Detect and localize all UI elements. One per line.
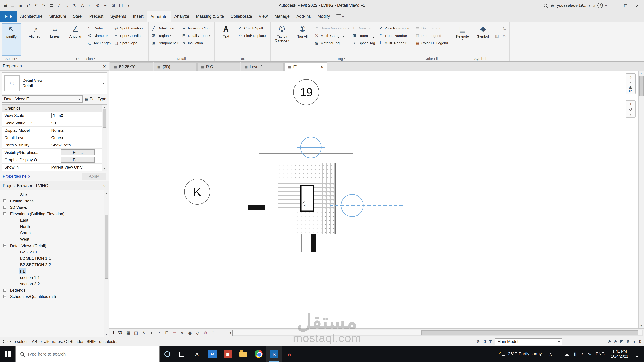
multi-rebar-button[interactable]: ‖Multi- Rebar [377,39,410,46]
select-links-icon[interactable]: ⊘ [608,339,611,344]
show-rendering-icon[interactable]: ◔ [156,330,163,336]
close-button[interactable] [632,1,642,10]
modify-button[interactable]: ↖ Modify [2,23,21,56]
scroll-thumb[interactable] [639,76,644,96]
onedrive-icon[interactable]: ☁ [565,352,569,357]
browser-scrollbar[interactable] [104,190,109,337]
volume-icon[interactable]: ♪ [581,352,584,356]
diameter-button[interactable]: ØDiameter [86,32,112,39]
maximize-button[interactable] [621,1,630,10]
pan-button[interactable] [629,102,632,106]
active-workset-icon[interactable]: ⊚ [476,339,480,344]
canvas-vertical-scrollbar[interactable] [638,71,644,329]
action-center-button[interactable] [631,352,644,356]
visibility-graphics-edit-button[interactable]: Edit... [61,149,94,155]
symbol-button[interactable]: ◈ Symbol [473,23,492,56]
show-crop-region-icon[interactable]: ▭ [171,330,178,336]
temporary-view-properties-icon[interactable]: ◇ [194,330,201,336]
tab-manage[interactable]: Manage [271,11,293,22]
start-button[interactable] [0,346,16,362]
spot-coordinate-button[interactable]: +Spot Coordinate [113,32,146,39]
tab-precast[interactable]: Precast [86,11,107,22]
canvas-horizontal-scrollbar[interactable] [228,330,643,336]
taskbar-app-autodesk[interactable]: A [189,346,204,362]
tread-number-button[interactable]: #Tread Number [377,32,410,39]
hidden-icons-chevron-icon[interactable]: ∧ [549,352,552,357]
browser-item-site[interactable]: Site [0,191,109,198]
browser-item-south[interactable]: South [0,230,109,236]
keynote-button[interactable]: ▤ Keynote [453,23,472,56]
view-tab-b2-25-70[interactable]: B2 25*70 [110,62,153,71]
tag-all-button[interactable]: ① Tag All [293,23,312,56]
save-icon[interactable]: ▣ [17,1,24,9]
detail-line-button[interactable]: ╱Detail Line [150,25,180,31]
properties-close-icon[interactable] [103,63,106,69]
browser-item-section-2-2[interactable]: section 2-2 [0,281,109,287]
project-browser-close-icon[interactable] [103,183,106,189]
default-3d-view-icon[interactable]: ⌂ [86,1,94,9]
rebar-symbol-icon[interactable]: ↺ [501,33,508,39]
instance-selector[interactable]: Detail View: F1 [2,95,82,103]
expand-icon[interactable] [3,295,6,298]
text-panel-label[interactable]: Text [214,56,270,61]
network-icon[interactable]: ⇅ [574,352,577,357]
span-direction-icon[interactable]: ⇅ [501,25,508,32]
aligned-dimension-button[interactable]: ↔ Aligned [25,23,44,56]
spot-elevation-button[interactable]: ◎Spot Elevation [113,25,146,31]
reveal-hidden-icon[interactable]: ◉ [186,330,194,336]
browser-item-schedules[interactable]: Schedules/Quantities (all) [0,293,109,300]
taskbar-search[interactable] [16,346,160,362]
scroll-down-icon[interactable] [640,324,642,328]
component-button[interactable]: ▣Component [150,39,180,46]
pen-icon[interactable]: ✎ [588,352,591,357]
store-cart-icon[interactable] [592,3,595,8]
taskbar-app-mail[interactable] [204,346,220,362]
apply-button[interactable]: Apply [82,173,106,180]
tab-architecture[interactable]: Architecture [17,11,46,22]
language-indicator[interactable]: ENG [596,352,604,356]
spot-slope-button[interactable]: ◿Spot Slope [113,39,146,46]
taskbar-app-chrome[interactable] [251,346,266,362]
tag-by-category-button[interactable]: ① Tag by Category [272,23,292,56]
tab-structure[interactable]: Structure [46,11,70,22]
taskbar-app-file-explorer[interactable] [236,346,251,362]
taskbar-app-autocad[interactable]: A [282,346,297,362]
collapse-icon[interactable] [3,244,6,247]
browser-item-ceiling-plans[interactable]: Ceiling Plans [0,198,109,204]
help-menu-chevron-icon[interactable] [605,3,607,8]
region-button[interactable]: ▨Region [150,32,180,39]
search-icon[interactable] [544,4,547,7]
switch-windows-icon[interactable]: ◫ [117,1,125,9]
close-hidden-windows-icon[interactable]: ⊠ [109,1,117,9]
expand-icon[interactable] [3,289,6,292]
scroll-thumb[interactable] [421,330,638,335]
temporary-hide-isolate-icon[interactable]: ∞ [179,330,186,336]
browser-item-west[interactable]: West [0,236,109,242]
user-menu-chevron-icon[interactable] [589,3,590,8]
grid-bubble-19[interactable]: 19 [294,79,319,105]
color-fill-panel-label[interactable]: Color Fill [412,56,451,61]
customize-qat-icon[interactable]: ▾ [125,1,132,9]
edit-type-button[interactable]: Edit Type [84,96,107,101]
view-scale-button[interactable]: 1 : 50 [110,331,124,335]
view-reference-button[interactable]: ↗View Reference [377,25,410,31]
detail-panel-label[interactable]: Detail [148,56,214,61]
scroll-left-icon[interactable] [228,330,233,335]
symbol-panel-label[interactable]: Symbol [451,56,509,61]
scroll-down-icon[interactable] [105,332,108,336]
analytical-model-icon[interactable]: ⊗ [202,330,209,336]
browser-item-3d-views[interactable]: 3D Views [0,204,109,211]
sync-icon[interactable]: ⇄ [24,1,32,9]
angular-dimension-button[interactable]: ∠ Angular [66,23,85,56]
scroll-track[interactable] [233,330,643,335]
text-button[interactable]: A Text [216,23,236,56]
tab-file[interactable]: File [0,11,17,22]
measure-icon[interactable]: ∕ [55,1,63,9]
weather-widget[interactable]: 26°C Partly sunny [495,351,546,357]
tab-systems[interactable]: Systems [107,11,130,22]
taskbar-app-store[interactable] [220,346,236,362]
undo-icon[interactable]: ↶ [32,1,40,9]
thin-lines-icon[interactable]: ≡ [102,1,109,9]
properties-scrollbar[interactable] [102,105,107,171]
tab-add-ins[interactable]: Add-Ins [293,11,314,22]
